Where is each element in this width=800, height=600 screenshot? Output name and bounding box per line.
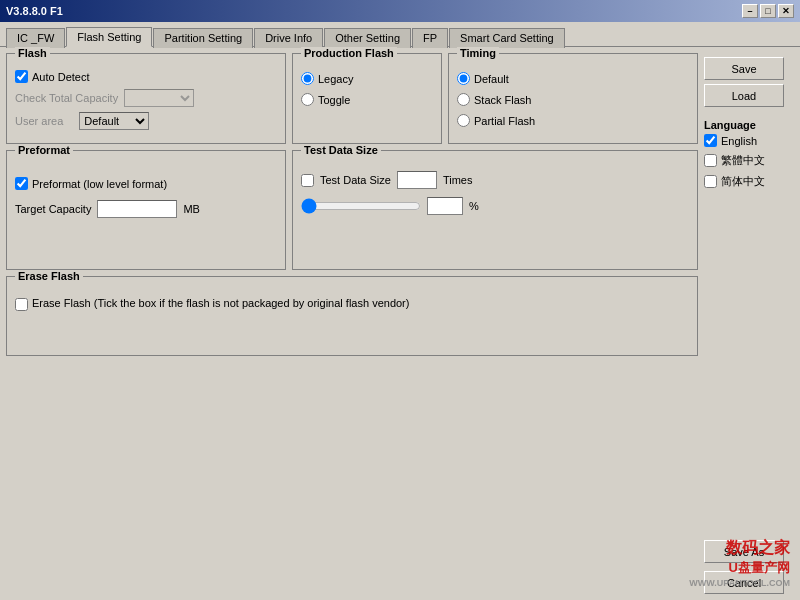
- simplified-chinese-checkbox[interactable]: [704, 175, 717, 188]
- tab-other-setting[interactable]: Other Setting: [324, 28, 411, 48]
- save-button[interactable]: Save: [704, 57, 784, 80]
- language-title: Language: [704, 119, 794, 131]
- user-area-select[interactable]: Default: [79, 112, 149, 130]
- traditional-chinese-row: 繁體中文: [704, 153, 794, 168]
- minimize-button[interactable]: –: [742, 4, 758, 18]
- user-area-label: User area: [15, 115, 63, 127]
- traditional-chinese-checkbox[interactable]: [704, 154, 717, 167]
- tab-smart-card[interactable]: Smart Card Setting: [449, 28, 565, 48]
- timing-legend: Timing: [457, 47, 499, 59]
- tab-bar: IC _FW Flash Setting Partition Setting D…: [0, 22, 800, 47]
- partial-flash-label: Partial Flash: [474, 115, 535, 127]
- test-data-size-row: Test Data Size Times: [301, 171, 689, 189]
- bottom-row: Preformat Preformat (low level format) T…: [6, 150, 698, 270]
- maximize-button[interactable]: □: [760, 4, 776, 18]
- flash-group: Flash Auto Detect Check Total Capacity: [6, 53, 286, 144]
- auto-detect-checkbox[interactable]: [15, 70, 28, 83]
- erase-flash-legend: Erase Flash: [15, 270, 83, 282]
- production-flash-legend: Production Flash: [301, 47, 397, 59]
- check-capacity-label: Check Total Capacity: [15, 92, 118, 104]
- top-row: Flash Auto Detect Check Total Capacity: [6, 53, 698, 144]
- simplified-chinese-row: 简体中文: [704, 174, 794, 189]
- right-panel: Save Load Language English 繁體中文 简体中文 Sa: [704, 53, 794, 594]
- erase-flash-label: Erase Flash (Tick the box if the flash i…: [32, 297, 409, 309]
- stack-flash-radio[interactable]: [457, 93, 470, 106]
- preformat-group: Preformat Preformat (low level format) T…: [6, 150, 286, 270]
- tab-drive-info[interactable]: Drive Info: [254, 28, 323, 48]
- load-button[interactable]: Load: [704, 84, 784, 107]
- window-title: V3.8.8.0 F1: [6, 5, 63, 17]
- test-data-times-input[interactable]: [397, 171, 437, 189]
- legacy-radio[interactable]: [301, 72, 314, 85]
- timing-group: Timing Default Stack Flash Partial Fl: [448, 53, 698, 144]
- legacy-row: Legacy: [301, 72, 433, 85]
- test-data-size-group: Test Data Size Test Data Size Times %: [292, 150, 698, 270]
- timing-default-radio[interactable]: [457, 72, 470, 85]
- target-capacity-input[interactable]: [97, 200, 177, 218]
- window-controls: – □ ✕: [742, 4, 794, 18]
- check-capacity-row: Check Total Capacity: [15, 89, 277, 107]
- watermark-line1: 数码之家: [689, 537, 790, 559]
- english-checkbox[interactable]: [704, 134, 717, 147]
- legacy-label: Legacy: [318, 73, 353, 85]
- target-capacity-row: Target Capacity MB: [15, 200, 277, 218]
- target-capacity-label: Target Capacity: [15, 203, 91, 215]
- check-capacity-select[interactable]: [124, 89, 194, 107]
- traditional-chinese-label: 繁體中文: [721, 153, 765, 168]
- test-data-slider[interactable]: [301, 198, 421, 214]
- partial-flash-row: Partial Flash: [457, 114, 689, 127]
- toggle-row: Toggle: [301, 93, 433, 106]
- erase-flash-checkbox-row: Erase Flash (Tick the box if the flash i…: [15, 297, 689, 311]
- slider-row: %: [301, 197, 689, 215]
- auto-detect-label: Auto Detect: [32, 71, 89, 83]
- tab-partition-setting[interactable]: Partition Setting: [153, 28, 253, 48]
- left-panel: Flash Auto Detect Check Total Capacity: [6, 53, 698, 594]
- preformat-legend: Preformat: [15, 144, 73, 156]
- preformat-checkbox-row: Preformat (low level format): [15, 177, 277, 190]
- erase-flash-group: Erase Flash Erase Flash (Tick the box if…: [6, 276, 698, 356]
- close-button[interactable]: ✕: [778, 4, 794, 18]
- erase-flash-checkbox[interactable]: [15, 298, 28, 311]
- target-capacity-unit: MB: [183, 203, 200, 215]
- preformat-low-level-checkbox[interactable]: [15, 177, 28, 190]
- production-flash-group: Production Flash Legacy Toggle: [292, 53, 442, 144]
- preformat-low-level-label: Preformat (low level format): [32, 178, 167, 190]
- toggle-radio[interactable]: [301, 93, 314, 106]
- auto-detect-row: Auto Detect: [15, 70, 277, 83]
- tab-ic-fw[interactable]: IC _FW: [6, 28, 65, 48]
- timing-default-label: Default: [474, 73, 509, 85]
- toggle-label: Toggle: [318, 94, 350, 106]
- english-row: English: [704, 134, 794, 147]
- percent-sign: %: [469, 200, 479, 212]
- test-data-size-checkbox[interactable]: [301, 174, 314, 187]
- test-data-size-legend: Test Data Size: [301, 144, 381, 156]
- percent-input[interactable]: [427, 197, 463, 215]
- tab-fp[interactable]: FP: [412, 28, 448, 48]
- test-data-size-label: Test Data Size: [320, 174, 391, 186]
- user-area-row: User area Default: [15, 112, 277, 130]
- title-bar: V3.8.8.0 F1 – □ ✕: [0, 0, 800, 22]
- stack-flash-label: Stack Flash: [474, 94, 531, 106]
- simplified-chinese-label: 简体中文: [721, 174, 765, 189]
- stack-flash-row: Stack Flash: [457, 93, 689, 106]
- language-section: Language English 繁體中文 简体中文: [704, 119, 794, 195]
- flash-group-legend: Flash: [15, 47, 50, 59]
- default-timing-row: Default: [457, 72, 689, 85]
- watermark-line3: WWW.UPANTOOL.COM: [689, 577, 790, 590]
- watermark-line2: U盘量产网: [689, 559, 790, 577]
- times-label: Times: [443, 174, 473, 186]
- partial-flash-radio[interactable]: [457, 114, 470, 127]
- watermark: 数码之家 U盘量产网 WWW.UPANTOOL.COM: [689, 537, 790, 590]
- main-window: IC _FW Flash Setting Partition Setting D…: [0, 22, 800, 600]
- content-area: Flash Auto Detect Check Total Capacity: [0, 47, 800, 600]
- english-label: English: [721, 135, 757, 147]
- tab-flash-setting[interactable]: Flash Setting: [66, 27, 152, 47]
